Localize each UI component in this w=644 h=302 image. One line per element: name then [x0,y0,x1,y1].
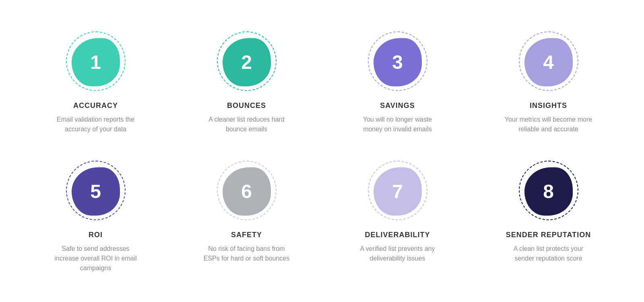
features-grid: 1 ACCURACY Email validation reports the … [0,9,644,293]
card-2: 2 BOUNCES A cleaner list reduces hard bo… [175,25,318,138]
card-4: 4 INSIGHTS Your metrics will become more… [477,25,620,138]
card-title-8: SENDER REPUTATION [506,231,591,239]
card-6: 6 SAFETY No risk of facing bans from ESP… [175,154,318,277]
card-number-7: 7 [392,180,403,203]
card-number-5: 5 [90,180,101,203]
card-3: 3 SAVINGS You will no longer waste money… [326,25,469,138]
card-number-6: 6 [241,180,252,203]
blob-wrapper-3: 3 [365,29,430,93]
card-title-6: SAFETY [231,231,262,239]
blob-shape-1: 1 [72,38,120,86]
blob-wrapper-2: 2 [215,29,279,93]
card-number-2: 2 [241,51,252,73]
card-title-2: BOUNCES [227,101,266,110]
blob-wrapper-6: 6 [215,158,279,223]
card-number-4: 4 [543,51,554,73]
card-desc-7: A verified list prevents any deliverabil… [353,244,442,263]
card-title-5: ROI [89,231,103,239]
card-title-4: INSIGHTS [530,101,567,110]
blob-wrapper-8: 8 [516,158,581,223]
card-title-3: SAVINGS [380,101,415,110]
card-number-3: 3 [392,51,403,73]
card-5: 5 ROI Safe to send addresses increase ov… [24,154,167,277]
blob-shape-2: 2 [223,38,271,86]
blob-wrapper-7: 7 [365,158,430,223]
card-desc-3: You will no longer waste money on invali… [353,115,442,134]
card-number-8: 8 [543,180,554,203]
blob-shape-4: 4 [524,38,573,86]
card-number-1: 1 [90,51,101,73]
card-desc-6: No risk of facing bans from ESPs for har… [202,244,291,263]
card-desc-2: A cleaner list reduces hard bounce email… [202,115,291,134]
card-title-1: ACCURACY [73,101,118,110]
blob-wrapper-4: 4 [516,29,581,93]
card-7: 7 DELIVERABILITY A verified list prevent… [326,154,469,277]
blob-shape-8: 8 [524,167,573,215]
card-desc-1: Email validation reports the accuracy of… [52,115,140,134]
blob-shape-3: 3 [374,38,422,86]
blob-shape-7: 7 [374,167,422,215]
card-title-7: DELIVERABILITY [365,231,430,239]
card-desc-5: Safe to send addresses increase overall … [52,244,140,273]
card-8: 8 SENDER REPUTATION A clean list protect… [477,154,620,277]
blob-wrapper-5: 5 [64,158,128,223]
blob-shape-6: 6 [223,167,271,215]
blob-shape-5: 5 [72,167,120,215]
card-desc-4: Your metrics will become more reliable a… [504,115,593,134]
card-1: 1 ACCURACY Email validation reports the … [24,25,167,138]
blob-wrapper-1: 1 [64,29,128,93]
card-desc-8: A clean list protects your sender reputa… [504,244,593,263]
